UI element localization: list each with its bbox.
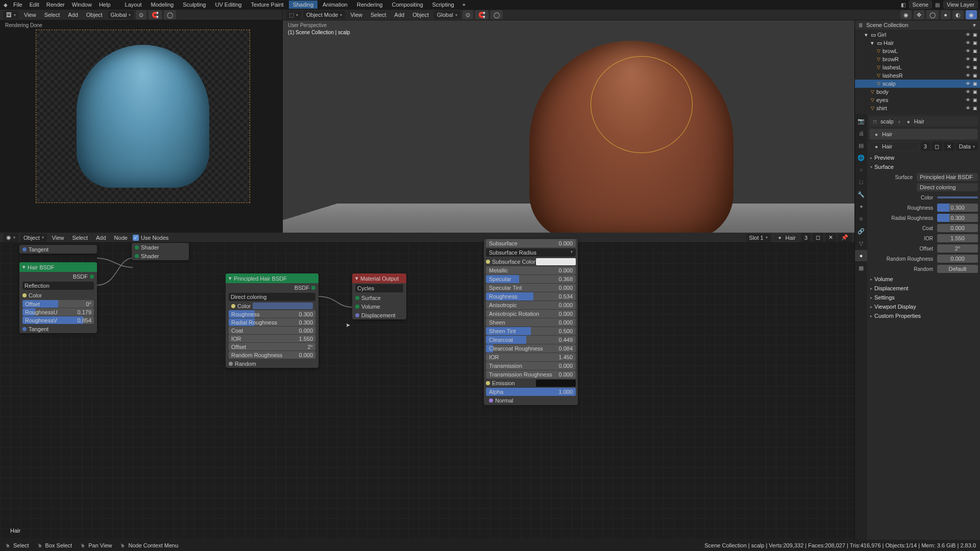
hair-mode-select[interactable]: Reflection: [22, 282, 94, 290]
use-nodes-check[interactable]: ✓: [133, 235, 139, 241]
ws-sculpting[interactable]: Sculpting: [179, 1, 210, 9]
ws-anim[interactable]: Animation: [318, 1, 352, 9]
ne-slot[interactable]: Slot 1: [746, 234, 771, 242]
tab-modifier[interactable]: 🔧: [855, 189, 867, 200]
hm-add-l[interactable]: Add: [65, 10, 81, 19]
phair-mode[interactable]: Direct coloring: [229, 293, 315, 301]
outliner-item-scalp[interactable]: ▽scalp👁▣: [855, 80, 980, 88]
ne-object[interactable]: Object: [20, 234, 47, 242]
tab-render[interactable]: 📷: [855, 115, 867, 127]
tab-constraint[interactable]: 🔗: [855, 226, 867, 237]
tab-scene[interactable]: 🌐: [855, 152, 867, 163]
menu-window[interactable]: Window: [69, 1, 95, 9]
snap-l[interactable]: 🧲: [149, 10, 162, 19]
ne-editor-type[interactable]: ◉: [3, 233, 18, 242]
outliner-item-body[interactable]: ▽body👁▣: [855, 88, 980, 96]
scene-selector[interactable]: Scene: [909, 1, 932, 9]
tab-world[interactable]: ○: [855, 164, 867, 176]
orientation-r[interactable]: Global: [434, 11, 460, 19]
filter-icon[interactable]: ▼: [971, 21, 978, 29]
gizmo-toggle[interactable]: ✥: [914, 10, 924, 19]
ws-comp[interactable]: Compositing: [388, 1, 427, 9]
overlay-toggle[interactable]: ◉: [900, 10, 912, 19]
node-tangent-top[interactable]: Tangent: [19, 245, 97, 254]
panel-viewport-display[interactable]: Viewport Display: [869, 302, 978, 311]
menu-edit[interactable]: Edit: [27, 1, 42, 9]
ws-modeling[interactable]: Modeling: [147, 1, 178, 9]
ne-users[interactable]: 3: [801, 233, 811, 242]
ws-script[interactable]: Scripting: [428, 1, 458, 9]
ne-add[interactable]: Add: [93, 233, 109, 242]
node-material-output[interactable]: ▾Material Output Cycles SurfaceVolumeDis…: [352, 273, 406, 319]
ws-uv[interactable]: UV Editing: [211, 1, 246, 9]
ne-new[interactable]: ◻: [813, 233, 823, 242]
outliner-item-shirt[interactable]: ▽shirt👁▣: [855, 104, 980, 112]
mat-unlink[interactable]: ✕: [944, 142, 954, 151]
shade-solid[interactable]: ●: [941, 10, 950, 19]
tab-physics[interactable]: ⚛: [855, 213, 867, 224]
node-principled-hair[interactable]: ▾Principled Hair BSDF BSDF Direct colori…: [226, 273, 318, 368]
hair-mode[interactable]: Direct coloring: [917, 183, 978, 191]
menu-file[interactable]: File: [10, 1, 26, 9]
phair-color[interactable]: [253, 303, 313, 309]
tab-output[interactable]: 🖨: [855, 128, 867, 139]
ne-pin[interactable]: 📌: [838, 233, 851, 242]
menu-render[interactable]: Render: [43, 1, 68, 9]
pivot-l[interactable]: ⊙: [136, 10, 146, 19]
panel-volume[interactable]: Volume: [869, 274, 978, 284]
ws-texpaint[interactable]: Texture Paint: [247, 1, 287, 9]
node-hair-bsdf[interactable]: ▾Hair BSDF BSDF Reflection ColorOffset0°…: [19, 262, 97, 333]
material-slot[interactable]: ●Hair: [869, 129, 978, 140]
panel-surface[interactable]: Surface: [869, 162, 978, 171]
ws-layout[interactable]: Layout: [121, 1, 146, 9]
tab-viewlayer[interactable]: ▤: [855, 140, 867, 151]
tab-object[interactable]: □: [855, 177, 867, 188]
outliner-item-browL[interactable]: ▽browL👁▣: [855, 47, 980, 55]
editor-type-right[interactable]: ⬚: [286, 11, 301, 19]
mat-name-field[interactable]: ●Hair: [869, 142, 919, 151]
hm-select-l[interactable]: Select: [41, 10, 63, 19]
tab-texture[interactable]: ▦: [855, 262, 867, 273]
outliner-item-browR[interactable]: ▽browR👁▣: [855, 55, 980, 63]
node-editor[interactable]: ◉ Object View Select Add Node ✓ Use Node…: [0, 233, 854, 540]
shade-matprev[interactable]: ◐: [952, 10, 964, 19]
hm-select-r[interactable]: Select: [368, 10, 389, 19]
mat-users[interactable]: 3: [921, 142, 930, 151]
ne-matname[interactable]: ●Hair: [773, 233, 799, 242]
hm-object-l[interactable]: Object: [83, 10, 106, 19]
orientation-l[interactable]: Global: [108, 11, 134, 19]
outliner-item-Girl[interactable]: ▾▭Girl👁▣: [855, 31, 980, 39]
hm-add-r[interactable]: Add: [391, 10, 408, 19]
shade-wire[interactable]: ◯: [926, 10, 939, 19]
node-mix-shader[interactable]: Shader Shader: [132, 243, 189, 260]
outliner-item-Hair[interactable]: ▾▭Hair👁▣: [855, 39, 980, 47]
panel-displacement[interactable]: Displacement: [869, 284, 978, 293]
mat-new[interactable]: ◻: [932, 142, 942, 151]
shade-rendered[interactable]: ◉: [966, 10, 977, 19]
viewlayer-selector[interactable]: View Layer: [943, 1, 978, 9]
ws-rendering[interactable]: Rendering: [353, 1, 387, 9]
outliner-item-eyes[interactable]: ▽eyes👁▣: [855, 96, 980, 104]
ws-shading[interactable]: Shading: [289, 1, 317, 9]
tab-particle[interactable]: ✦: [855, 201, 867, 212]
ne-view[interactable]: View: [49, 233, 67, 242]
hm-view-r[interactable]: View: [347, 10, 365, 19]
proped-l[interactable]: ◯: [164, 10, 176, 19]
ws-add[interactable]: +: [459, 1, 469, 9]
panel-custom-properties[interactable]: Custom Properties: [869, 311, 978, 320]
menu-help[interactable]: Help: [96, 1, 114, 9]
proped-r[interactable]: ◯: [491, 10, 503, 19]
tab-material[interactable]: ●: [855, 250, 867, 261]
subsurf-radius[interactable]: Subsurface Radius: [486, 248, 576, 257]
mode-selector[interactable]: Object Mode: [303, 11, 345, 19]
outliner-item-lashesL[interactable]: ▽lashesL👁▣: [855, 63, 980, 71]
ne-unlink[interactable]: ✕: [825, 233, 836, 242]
snap-r[interactable]: 🧲: [475, 10, 488, 19]
mat-link[interactable]: Data: [956, 142, 978, 151]
pivot-r[interactable]: ⊙: [462, 10, 473, 19]
outliner-item-lashesR[interactable]: ▽lashesR👁▣: [855, 71, 980, 80]
ne-select[interactable]: Select: [69, 233, 91, 242]
editor-type-left[interactable]: 🖼: [3, 11, 19, 19]
ne-node[interactable]: Node: [111, 233, 131, 242]
hm-view-l[interactable]: View: [21, 10, 39, 19]
